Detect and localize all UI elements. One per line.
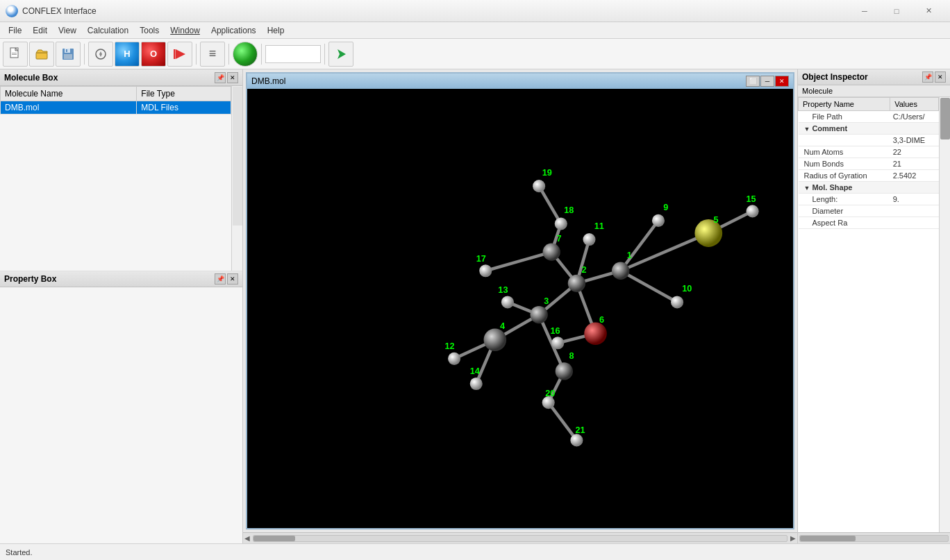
inspector-vscroll[interactable] (939, 97, 950, 532)
property-box-close[interactable]: ✕ (227, 273, 238, 285)
svg-point-64 (479, 264, 492, 277)
status-text: Started. (6, 548, 33, 557)
sub-win-minimize[interactable]: ─ (760, 76, 774, 87)
inspector-hscroll[interactable] (798, 532, 950, 543)
molecule-svg: 123456789101112131415161718192021 (247, 89, 793, 528)
svg-point-32 (612, 262, 629, 280)
inspector-close[interactable]: ✕ (935, 71, 946, 83)
svg-text:2: 2 (582, 265, 587, 275)
svg-text:6: 6 (599, 315, 604, 325)
sub-win-close[interactable]: ✕ (775, 76, 789, 87)
svg-point-56 (501, 296, 514, 308)
svg-marker-11 (338, 49, 346, 59)
svg-point-38 (484, 328, 507, 351)
inspector-subtitle: Molecule (798, 85, 950, 97)
menu-bar: File Edit View Calculation Tools Window … (0, 22, 950, 39)
list-item: Length: 9. (799, 194, 939, 205)
center-right-area: DMB.mol ⬜ ─ ✕ 12345678910111213141516171… (243, 69, 950, 543)
molecule-viewer[interactable]: 123456789101112131415161718192021 (247, 89, 793, 528)
svg-point-60 (747, 205, 759, 217)
insp-val-numbonds: 21 (890, 158, 939, 170)
svg-point-54 (448, 353, 460, 365)
svg-point-66 (555, 217, 567, 230)
svg-text:1: 1 (627, 251, 632, 260)
insp-val-length: 9. (890, 194, 939, 205)
menu-file[interactable]: File (3, 24, 27, 37)
menu-tools[interactable]: Tools (134, 24, 165, 37)
insp-prop-radius: Radius of Gyration (799, 170, 890, 182)
menu-view[interactable]: View (53, 24, 82, 37)
menu-edit[interactable]: Edit (27, 24, 53, 37)
object-inspector: Object Inspector 📌 ✕ Molecule Property N… (797, 69, 950, 543)
properties-button[interactable] (88, 42, 113, 67)
insp-prop-diameter: Diameter (799, 205, 890, 217)
list-item[interactable]: ▼Mol. Shape (799, 182, 939, 194)
list-item: Aspect Ra (799, 217, 939, 229)
molecule-box-pin[interactable]: 📌 (215, 72, 226, 83)
insp-val-aspect (890, 217, 939, 229)
property-box-content (0, 287, 242, 543)
atom-o-button[interactable]: O (141, 42, 166, 67)
toolbar: H O ≡ (0, 39, 950, 69)
svg-text:15: 15 (747, 194, 756, 204)
new-button[interactable] (3, 42, 28, 67)
sub-win-restore[interactable]: ⬜ (746, 76, 760, 87)
menu-window[interactable]: Window (165, 24, 206, 37)
svg-text:9: 9 (663, 203, 668, 212)
svg-rect-6 (66, 49, 67, 52)
viewer-scrollbar[interactable]: ◀ ▶ (243, 532, 797, 543)
menu-calculation[interactable]: Calculation (82, 24, 134, 37)
save-button[interactable] (56, 42, 81, 67)
inspector-table: Property Name Values File Path C:/Users/… (798, 97, 939, 229)
property-box-pin[interactable]: 📌 (215, 273, 226, 285)
search-input[interactable] (265, 45, 321, 63)
h-scroll-thumb[interactable] (253, 536, 295, 541)
list-item: File Path C:/Users/ (799, 111, 939, 123)
app-icon (6, 5, 18, 17)
center-panel: DMB.mol ⬜ ─ ✕ 12345678910111213141516171… (243, 69, 797, 543)
h-scroll-track[interactable] (253, 535, 788, 542)
open-button[interactable] (29, 42, 54, 67)
close-button[interactable]: ✕ (912, 0, 944, 22)
list-item[interactable]: ▼Comment (799, 123, 939, 135)
property-box-title: Property Box (4, 274, 56, 284)
scroll-left-arrow[interactable]: ◀ (244, 534, 250, 542)
insp-section-comment-text: Comment (812, 124, 847, 133)
inspector-content: Property Name Values File Path C:/Users/… (798, 97, 939, 532)
sep5 (324, 44, 325, 65)
list-item: Radius of Gyration 2.5402 (799, 170, 939, 182)
property-box-header: Property Box 📌 ✕ (0, 271, 242, 287)
molecule-box-close[interactable]: ✕ (227, 72, 238, 83)
collapse-arrow-comment: ▼ (804, 126, 810, 133)
inspector-controls: 📌 ✕ (922, 71, 946, 83)
insp-val-comment: 3,3-DIME (890, 135, 939, 146)
maximize-button[interactable]: □ (881, 0, 912, 22)
insp-val-filepath: C:/Users/ (890, 111, 939, 123)
insp-prop-aspect: Aspect Ra (799, 217, 890, 229)
insp-prop-filepath: File Path (799, 111, 890, 123)
svg-text:13: 13 (498, 285, 508, 295)
minimize-button[interactable]: ─ (849, 0, 881, 22)
svg-text:12: 12 (444, 341, 454, 351)
title-controls: ─ □ ✕ (849, 0, 944, 22)
insp-prop-numatoms: Num Atoms (799, 146, 890, 158)
menu-applications[interactable]: Applications (206, 24, 262, 37)
sphere-button[interactable] (233, 42, 258, 67)
insp-val-numatoms: 22 (890, 146, 939, 158)
sep2 (196, 44, 197, 65)
svg-text:5: 5 (714, 215, 719, 225)
run-button[interactable] (167, 42, 192, 67)
arrow-button[interactable] (328, 42, 353, 67)
svg-line-20 (621, 271, 677, 302)
scroll-right-arrow[interactable]: ▶ (790, 534, 796, 542)
svg-text:8: 8 (569, 351, 574, 361)
property-box: Property Box 📌 ✕ (0, 271, 242, 543)
inspector-pin[interactable]: 📌 (922, 71, 933, 83)
menu-help[interactable]: Help (262, 24, 290, 37)
jobs-button[interactable]: ≡ (200, 42, 225, 67)
sub-window-title-text: DMB.mol (251, 76, 285, 86)
svg-rect-1 (12, 53, 17, 53)
atom-h-button[interactable]: H (115, 42, 140, 67)
table-row[interactable]: DMB.mol MDL Files (1, 101, 231, 114)
molecule-box-vscroll[interactable] (231, 86, 242, 271)
